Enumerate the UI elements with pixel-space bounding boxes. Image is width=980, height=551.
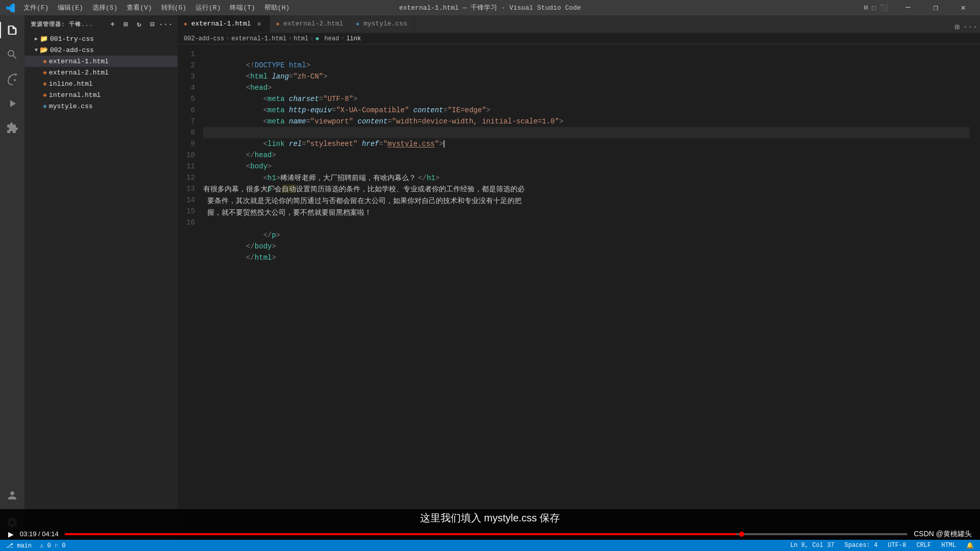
tab-file-icon: ◈ (356, 20, 359, 27)
tab-external-2-html[interactable]: ◈ external-2.html (270, 15, 350, 33)
breadcrumb-external-1-html[interactable]: external-1.html (231, 35, 286, 42)
refresh-button[interactable]: ↻ (134, 19, 145, 30)
sidebar-item-mystyle-css[interactable]: ◈ mystyle.css (24, 101, 178, 112)
more-tabs-icon[interactable]: ··· (965, 21, 976, 33)
extensions-activity-icon[interactable] (0, 116, 24, 140)
head-symbol: ◆ (315, 35, 319, 42)
main-area: 资源管理器: 千锋... + ⊞ ↻ ⊟ ··· ▶ 📁 001-try-css… (0, 15, 980, 540)
sidebar-item-002-add-css[interactable]: ▼ 📂 002-add-css (24, 44, 178, 56)
code-line-1[interactable]: <!DOCTYPE html> (203, 48, 970, 60)
code-line-16[interactable]: </html> (203, 241, 970, 252)
code-line-15[interactable]: </body> (203, 230, 970, 241)
breadcrumb-head[interactable]: ◆ head (315, 35, 339, 42)
menu-goto[interactable]: 转到(G) (157, 2, 190, 13)
sidebar-item-internal-html[interactable]: ◈ internal.html (24, 89, 178, 101)
code-line-5[interactable]: <meta http-equiv="X-UA-Compatible" conte… (203, 93, 970, 105)
breadcrumb-sep-3: › (310, 36, 313, 41)
vscode-logo (5, 3, 15, 13)
code-line-8[interactable]: <link rel="stylesheet" href="mystyle.css… (203, 127, 970, 138)
code-line-3[interactable]: <head> (203, 71, 970, 82)
folder-name: 001-try-css (50, 35, 94, 43)
close-button[interactable]: ✕ (951, 0, 975, 15)
git-activity-icon[interactable] (0, 67, 24, 91)
video-controls[interactable]: ▶ 03:19 / 04:14 CSDN @黄桃罐头 (0, 528, 980, 540)
file-name: internal.html (49, 91, 101, 99)
code-line-2[interactable]: <html lang="zh-CN"> (203, 60, 970, 71)
video-player: 这里我们填入 mystyle.css 保存 ▶ 03:19 / 04:14 CS… (0, 509, 980, 540)
status-bar-left: ⎇ main ⚠ 0 ⚐ 0 (4, 540, 67, 551)
chevron-right-icon: ▶ (35, 36, 38, 42)
line-numbers: 1 2 3 4 5 6 7 8 9 10 11 12 13 14 15 16 (178, 48, 203, 536)
breadcrumb-link[interactable]: link (346, 35, 361, 42)
menu-terminal[interactable]: 终端(T) (226, 2, 259, 13)
notifications-icon[interactable]: 🔔 (964, 540, 976, 551)
play-button[interactable]: ▶ (8, 529, 14, 540)
code-line-10[interactable]: <body> (203, 149, 970, 161)
restore-button[interactable]: ❐ (924, 0, 947, 15)
menu-view[interactable]: 查看(V) (122, 2, 156, 13)
search-activity-icon[interactable] (0, 42, 24, 67)
code-line-11[interactable]: <h1>稀浠呀老师，大厂招聘前端，有啥内幕么？ </h1> (203, 161, 970, 172)
video-brand: CSDN @黄桃罐头 (914, 530, 972, 539)
language-status[interactable]: HTML (939, 540, 958, 551)
code-line-7[interactable]: <title>如何添加CSS——外部样式</title> (203, 116, 970, 127)
account-activity-icon[interactable] (0, 483, 24, 508)
video-subtitle: 这里我们填入 mystyle.css 保存 (0, 509, 980, 528)
code-line-4[interactable]: <meta charset="UTF-8"> (203, 82, 970, 93)
title-bar-left: 文件(F) 编辑(E) 选择(S) 查看(V) 转到(G) 运行(R) 终端(T… (5, 2, 293, 13)
html-file-icon: ◈ (43, 68, 47, 77)
current-time: 03:19 (20, 530, 37, 538)
folder-name: 002-add-css (50, 46, 94, 54)
menu-edit[interactable]: 编辑(E) (54, 2, 87, 13)
title-bar-menu[interactable]: 文件(F) 编辑(E) 选择(S) 查看(V) 转到(G) 运行(R) 终端(T… (19, 2, 293, 13)
title-bar-right: ⊟ ⬚ ⬛ ─ ❐ ✕ (864, 0, 975, 15)
title-bar: 文件(F) 编辑(E) 选择(S) 查看(V) 转到(G) 运行(R) 终端(T… (0, 0, 980, 15)
encoding-status[interactable]: UTF-8 (886, 540, 908, 551)
breadcrumb-sep-1: › (226, 36, 229, 41)
sidebar-header-actions: + ⊞ ↻ ⊟ ··· (107, 19, 172, 30)
code-line-12[interactable]: <p> (203, 172, 970, 183)
new-file-button[interactable]: + (107, 19, 118, 30)
new-folder-button[interactable]: ⊞ (120, 19, 132, 30)
explorer-activity-icon[interactable] (0, 18, 24, 42)
progress-dot (739, 532, 744, 537)
code-editor[interactable]: 1 2 3 4 5 6 7 8 9 10 11 12 13 14 15 16 (178, 44, 980, 540)
spaces-status[interactable]: Spaces: 4 (843, 540, 880, 551)
tab-mystyle-css[interactable]: ◈ mystyle.css (350, 15, 413, 33)
editor-area: ◈ external-1.html ✕ ◈ external-2.html ◈ … (178, 15, 980, 540)
menu-help[interactable]: 帮助(H) (260, 2, 293, 13)
code-line-13a[interactable]: 有很多内幕，很多大厂会自动设置简历筛选的条件，比如学校、专业或者你的工作经验，都… (203, 183, 970, 195)
sidebar-item-external-1-html[interactable]: ◈ external-1.html (24, 56, 178, 67)
eol-status[interactable]: CRLF (914, 540, 933, 551)
split-editor-icon[interactable]: ⊞ (951, 21, 963, 33)
progress-bar[interactable] (65, 533, 908, 535)
cursor-position-status[interactable]: Ln 8, Col 37 (788, 540, 836, 551)
file-name: mystyle.css (49, 103, 93, 110)
run-activity-icon[interactable] (0, 91, 24, 116)
tab-close-button[interactable]: ✕ (255, 20, 263, 28)
more-button[interactable]: ··· (160, 19, 172, 30)
sidebar-item-inline-html[interactable]: ◈ inline.html (24, 78, 178, 89)
tab-external-1-html[interactable]: ◈ external-1.html ✕ (178, 15, 270, 33)
tab-bar: ◈ external-1.html ✕ ◈ external-2.html ◈ … (178, 15, 980, 33)
code-line-14[interactable]: </p> (203, 218, 970, 230)
progress-fill (65, 533, 737, 535)
menu-file[interactable]: 文件(F) (19, 2, 53, 13)
chevron-down-icon: ▼ (35, 47, 38, 53)
menu-run[interactable]: 运行(R) (191, 2, 225, 13)
sidebar-title: 资源管理器: 千锋... (31, 20, 93, 28)
code-line-9[interactable]: </head> (203, 138, 970, 149)
minimize-button[interactable]: ─ (896, 0, 920, 15)
tab-file-icon: ◈ (184, 20, 187, 27)
html-file-icon: ◈ (43, 91, 47, 99)
collapse-button[interactable]: ⊟ (147, 19, 158, 30)
code-line-6[interactable]: <meta name="viewport" content="width=dev… (203, 105, 970, 116)
errors-status[interactable]: ⚠ 0 ⚐ 0 (38, 540, 67, 551)
menu-select[interactable]: 选择(S) (88, 2, 121, 13)
sidebar-item-001-try-css[interactable]: ▶ 📁 001-try-css (24, 33, 178, 44)
sidebar-item-external-2-html[interactable]: ◈ external-2.html (24, 67, 178, 78)
breadcrumb-html[interactable]: html (293, 35, 308, 42)
breadcrumb-002-add-css[interactable]: 002-add-css (184, 35, 224, 42)
branch-status[interactable]: ⎇ main (4, 540, 34, 551)
code-line-13b: 要条件，其次就是无论你的简历通过与否都会留在大公司，如果你对自己的技术和专业没有… (203, 195, 970, 207)
